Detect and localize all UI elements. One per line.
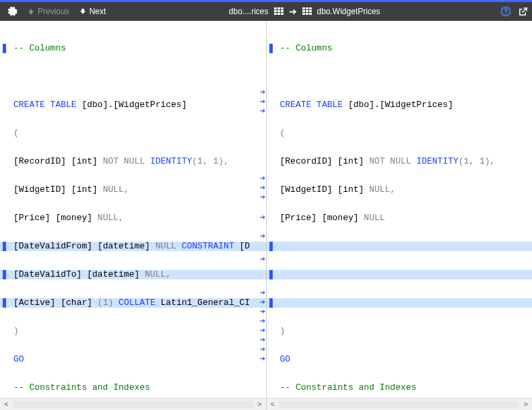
grid-icon: [302, 7, 312, 15]
gear-icon: [7, 6, 18, 17]
obj: [dbo].[WidgetPrices]: [81, 100, 187, 110]
arrow-up-icon: [27, 7, 35, 15]
right-code[interactable]: -- Columns CREATE TABLE [dbo].[WidgetPri…: [267, 21, 533, 398]
popout-button[interactable]: [518, 7, 528, 17]
right-hscroll[interactable]: < >: [267, 398, 533, 410]
comment: -- Columns: [13, 43, 66, 53]
left-pane: -- Columns CREATE TABLE [dbo].[WidgetPri…: [0, 21, 267, 410]
help-icon: [500, 6, 511, 17]
toolbar: Previous Next dbo....rices ➔ dbo.WidgetP…: [0, 2, 532, 21]
compare-arrow-icon: ➔: [289, 7, 297, 16]
left-hscroll[interactable]: < >: [0, 398, 266, 410]
right-pane: -- Columns CREATE TABLE [dbo].[WidgetPri…: [267, 21, 533, 410]
popout-icon: [518, 7, 528, 17]
scroll-left-icon[interactable]: <: [1, 400, 11, 409]
right-title: dbo.WidgetPrices: [317, 7, 380, 16]
left-title: dbo....rices: [229, 7, 269, 16]
grid-icon: [274, 7, 284, 15]
arrow-down-icon: [79, 7, 87, 15]
paren: (: [13, 128, 19, 138]
scroll-right-icon[interactable]: >: [255, 400, 265, 409]
help-button[interactable]: [500, 6, 511, 17]
svg-point-1: [505, 13, 506, 14]
scroll-right-icon[interactable]: >: [521, 400, 531, 409]
scroll-track[interactable]: [13, 401, 253, 408]
kw: CREATE TABLE: [13, 100, 77, 110]
settings-button[interactable]: [4, 5, 20, 18]
left-code[interactable]: -- Columns CREATE TABLE [dbo].[WidgetPri…: [0, 21, 266, 398]
previous-label: Previous: [38, 7, 69, 16]
next-button[interactable]: Next: [76, 5, 109, 18]
title-group: dbo....rices ➔ dbo.WidgetPrices: [229, 7, 380, 16]
scroll-left-icon[interactable]: <: [268, 400, 278, 409]
previous-button[interactable]: Previous: [24, 5, 72, 18]
next-label: Next: [90, 7, 106, 16]
scroll-track[interactable]: [279, 401, 519, 408]
